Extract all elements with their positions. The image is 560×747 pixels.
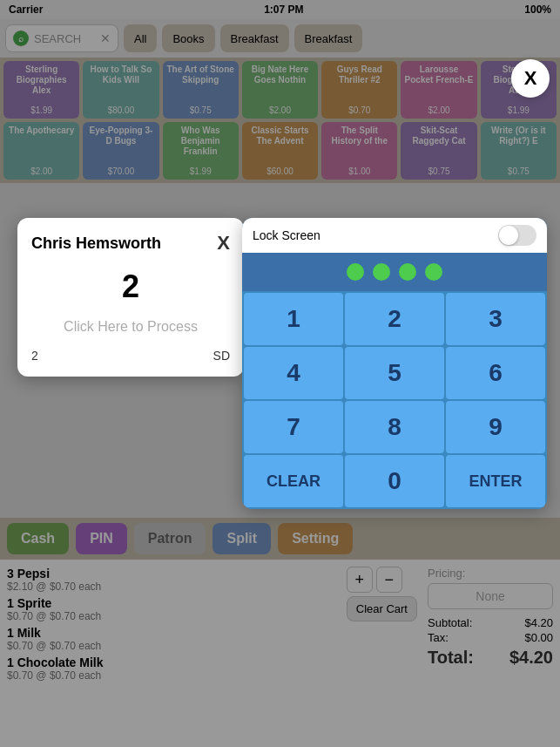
process-button[interactable]: Click Here to Process xyxy=(31,319,230,335)
key-8-button[interactable]: 8 xyxy=(345,401,444,453)
pin-amount: 2 xyxy=(31,268,230,305)
pin-dot xyxy=(347,263,364,281)
key-9-button[interactable]: 9 xyxy=(446,401,545,453)
key-0-button[interactable]: 0 xyxy=(345,455,444,507)
pin-dot xyxy=(425,263,442,281)
key-5-button[interactable]: 5 xyxy=(345,347,444,399)
key-7-button[interactable]: 7 xyxy=(244,401,343,453)
key-6-button[interactable]: 6 xyxy=(446,347,545,399)
pin-footer-right: SD xyxy=(213,349,230,363)
lock-screen-toggle[interactable] xyxy=(498,225,536,246)
lock-screen-label: Lock Screen xyxy=(253,228,320,242)
key-1-button[interactable]: 1 xyxy=(244,293,343,345)
pin-dialog-header: Chris Hemsworth X xyxy=(31,232,230,255)
pin-dot xyxy=(399,263,416,281)
pin-close-button[interactable]: X xyxy=(217,232,230,255)
key-3-button[interactable]: 3 xyxy=(446,293,545,345)
pin-dots-row xyxy=(242,253,547,291)
key-clear-button[interactable]: CLEAR xyxy=(244,455,343,507)
keypad-dialog: Lock Screen 1 2 3 4 5 6 7 8 9 CLEAR 0 EN… xyxy=(242,218,547,509)
keypad-grid: 1 2 3 4 5 6 7 8 9 CLEAR 0 ENTER xyxy=(242,291,547,509)
toggle-knob xyxy=(499,226,518,245)
pin-dialog: Chris Hemsworth X 2 Click Here to Proces… xyxy=(17,218,244,377)
key-enter-button[interactable]: ENTER xyxy=(446,455,545,507)
pin-dot xyxy=(373,263,390,281)
pin-footer-left: 2 xyxy=(31,349,38,363)
pin-user-name: Chris Hemsworth xyxy=(31,234,161,253)
close-x-button[interactable]: X xyxy=(511,59,550,98)
key-2-button[interactable]: 2 xyxy=(345,293,444,345)
key-4-button[interactable]: 4 xyxy=(244,347,343,399)
pin-footer: 2 SD xyxy=(31,349,230,363)
keypad-top: Lock Screen xyxy=(242,218,547,253)
